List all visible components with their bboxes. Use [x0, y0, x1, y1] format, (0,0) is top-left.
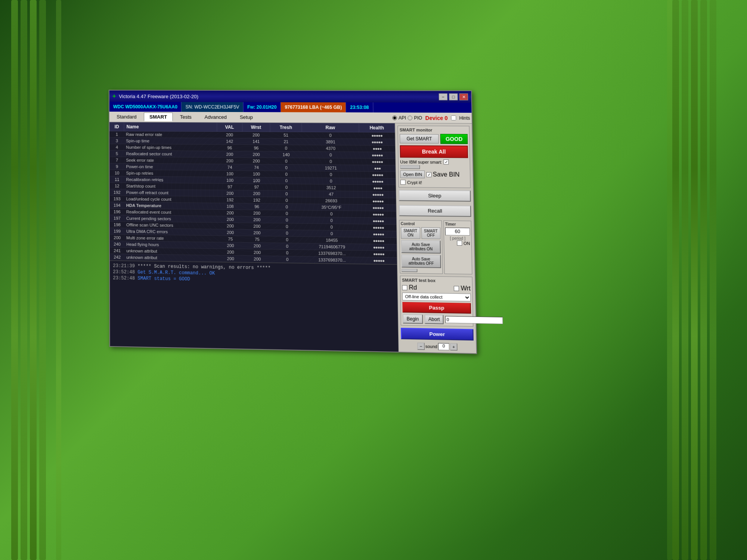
cell-name: Start/stop count [124, 183, 217, 190]
lba-info: 976773168 LBA (~465 GB) [281, 102, 346, 112]
cell-health: ●●●●● [359, 139, 395, 146]
on-checkbox-row: ON [445, 240, 470, 246]
firmware: Fw: 20.01H20 [244, 102, 281, 112]
restore-button[interactable]: □ [449, 93, 458, 100]
abort-button[interactable]: Abort [424, 314, 444, 324]
control-timer-row: Control SMART ON SMART OFF Auto Save att… [399, 220, 472, 274]
tab-standard[interactable]: Standard [111, 112, 142, 121]
crypt-checkbox[interactable] [400, 180, 406, 185]
cell-wrst: 200 [243, 223, 271, 230]
cell-tresh: 0 [271, 210, 303, 217]
cell-raw: 0 [302, 171, 360, 178]
tab-tests[interactable]: Tests [174, 113, 197, 122]
good-status-button[interactable]: GOOD [440, 134, 468, 144]
col-header-raw: Raw [302, 123, 359, 132]
cell-val: 142 [217, 138, 242, 145]
cell-health: ●●●● [359, 145, 395, 152]
cell-wrst: 141 [242, 138, 270, 145]
cell-wrst: 200 [243, 216, 271, 223]
cell-val: 74 [217, 164, 242, 171]
tab-smart[interactable]: SMART [144, 112, 173, 121]
sound-value: 0 [438, 343, 449, 351]
cell-wrst: 97 [243, 184, 271, 190]
cell-health: ●●● [360, 165, 396, 172]
timer-input[interactable] [445, 227, 470, 236]
sleep-button[interactable]: Sleep [399, 190, 471, 202]
cell-raw: 3891 [302, 139, 359, 145]
recall-button[interactable]: Recall [399, 205, 471, 217]
smart-on-button[interactable]: SMART ON [401, 227, 420, 239]
cell-raw: 0 [303, 224, 360, 231]
control-label: Control [401, 222, 440, 227]
power-button[interactable]: Power [401, 328, 474, 340]
get-smart-button[interactable]: Get SMART [400, 134, 439, 143]
fw-label: Fw: [247, 105, 255, 110]
pio-radio[interactable] [407, 115, 412, 120]
passp-button[interactable]: Passp [402, 302, 471, 314]
cell-health: ●●●●● [360, 191, 396, 198]
cell-name: Power-off retract count [124, 189, 217, 197]
ibm-checkbox[interactable] [444, 159, 449, 165]
cell-tresh: 0 [270, 164, 303, 171]
begin-button[interactable]: Begin [403, 314, 423, 324]
progress-input[interactable] [445, 316, 503, 324]
cell-wrst: 96 [242, 144, 270, 151]
auto-save-on-button[interactable]: Auto Save attributes ON [401, 240, 441, 253]
cell-raw: 0 [303, 230, 360, 237]
cell-id: 4 [110, 144, 124, 150]
cell-health: ●●●● [360, 184, 396, 191]
rd-checkbox[interactable] [402, 285, 407, 290]
smart-off-button[interactable]: SMART OFF [421, 227, 440, 239]
cell-name: Reallocated sector count [124, 150, 217, 158]
timer-section: Timer [ period ] ON [443, 221, 472, 274]
cell-val: 108 [217, 203, 243, 210]
cell-val: 200 [218, 249, 243, 255]
cell-raw: 3512 [303, 184, 360, 191]
cell-health: ●●●●● [360, 231, 396, 238]
cell-name: Spin-up retries [124, 170, 217, 177]
device-label: Device 0 [425, 115, 447, 121]
auto-save-off-button[interactable]: Auto Save attributes OFF [401, 254, 441, 268]
crypt-row: Crypt it! [400, 180, 469, 185]
break-all-button[interactable]: Break All [400, 145, 468, 158]
smart-on-off-row: SMART ON SMART OFF [401, 227, 441, 239]
cell-raw: 0 [302, 158, 360, 165]
cell-health: ●●●●● [359, 132, 395, 139]
cell-tresh: 21 [270, 138, 302, 145]
tab-advanced[interactable]: Advanced [199, 113, 232, 122]
cell-name: Seek error rate [124, 157, 217, 164]
sound-plus-button[interactable]: + [450, 343, 458, 350]
timestamp: 23:53:08 [346, 102, 374, 112]
cell-tresh: 0 [271, 217, 303, 223]
cell-wrst: 100 [242, 171, 270, 177]
cell-name: Spin-up time [124, 137, 217, 144]
cell-name: Number of spin-up times [124, 144, 217, 151]
cell-id: 242 [110, 254, 125, 261]
smart-test-section: SMART test box Rd Wrt Off-line data coll… [400, 276, 473, 327]
minimize-button[interactable]: − [439, 93, 448, 100]
cell-wrst: 200 [243, 249, 271, 256]
hints-checkbox[interactable] [451, 115, 456, 121]
tab-setup[interactable]: Setup [234, 113, 258, 122]
cell-health: ●●●●● [361, 251, 397, 258]
cell-raw: 71194606779 [303, 243, 361, 251]
bin-row: Open BIN Save BIN [400, 170, 469, 178]
cell-id: 240 [110, 241, 124, 248]
main-window: + Victoria 4.47 Freeware (2013-02-20) − … [109, 90, 477, 354]
open-bin-button[interactable]: Open BIN [400, 170, 425, 178]
cell-tresh: 0 [271, 243, 303, 250]
sound-row: − sound 0 + [401, 342, 474, 351]
wrt-checkbox[interactable] [454, 286, 459, 291]
cell-name: unknown attribut [124, 254, 218, 262]
test-type-dropdown[interactable]: Off-line data collectShort self-testExte… [402, 293, 471, 302]
gray-bar-1 [400, 165, 420, 169]
save-bin-checkbox[interactable] [427, 172, 432, 177]
sound-minus-button[interactable]: − [417, 343, 425, 350]
titlebar: + Victoria 4.47 Freeware (2013-02-20) − … [109, 90, 471, 103]
cell-health: ●●●●● [360, 198, 396, 205]
cell-id: 193 [110, 196, 124, 202]
cell-wrst: 74 [242, 164, 270, 171]
on-checkbox[interactable] [457, 240, 462, 246]
close-button[interactable]: ✕ [459, 93, 468, 100]
api-radio[interactable] [392, 115, 397, 120]
